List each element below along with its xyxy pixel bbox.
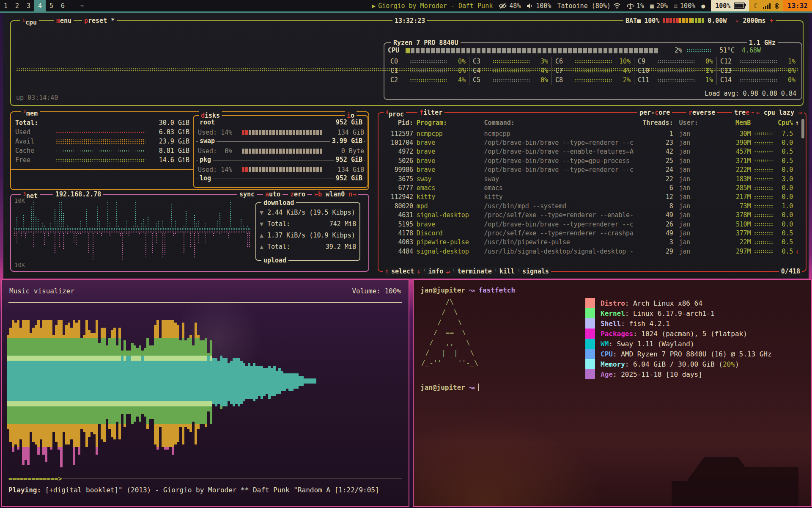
disk-size: 952 GiB	[334, 119, 364, 126]
core-usage: 4%	[614, 67, 631, 75]
poll-plus-button[interactable]: +	[770, 17, 774, 25]
proc-scrollbar[interactable]	[801, 119, 804, 138]
mem-value: 14.6 GiB	[149, 156, 189, 164]
disk-meter	[242, 167, 322, 172]
core-C1: C10%	[387, 66, 469, 75]
cell-pid: 5026	[381, 157, 413, 165]
cell-prog: pipewire-pulse	[417, 238, 483, 246]
core-graph	[575, 78, 612, 82]
process-row-6777[interactable]: 6777emacsemacs6jan285M0.0	[381, 183, 799, 192]
process-row-4631[interactable]: 4631signal-desktop/proc/self/exe --type=…	[381, 211, 799, 220]
cell-mem: 371M	[719, 157, 751, 165]
tray-segment[interactable]: ☾	[749, 0, 783, 11]
kill-action[interactable]: kill	[499, 267, 515, 276]
cpu-box-title[interactable]: 1cpu	[20, 17, 39, 27]
sort-column[interactable]: Cpu%	[774, 119, 793, 127]
workspace-button-1[interactable]: 1	[0, 0, 11, 11]
upload-label: upload	[261, 256, 288, 265]
filter-button[interactable]: filter	[417, 108, 444, 117]
workspace-button-4[interactable]: 4	[34, 0, 46, 11]
fetch-label: Memory	[601, 360, 625, 368]
menu-button[interactable]: menu	[54, 17, 74, 25]
memory-indicator[interactable]: ≡ 100%	[674, 2, 695, 10]
process-row-4972[interactable]: 4972brave/opt/brave-bin/brave --enable-f…	[381, 147, 799, 156]
core-graph	[740, 69, 777, 72]
prompt-line-2[interactable]: jan@jupiter↝	[420, 384, 479, 392]
idle-inhibit-indicator[interactable]: 48%	[499, 2, 521, 10]
net-auto-button[interactable]: auto	[263, 190, 283, 199]
cell-user: jan	[679, 211, 720, 219]
core-name: C13	[720, 67, 737, 75]
workspace-button-3[interactable]: 3	[23, 0, 34, 11]
tree-toggle[interactable]: tree	[732, 108, 752, 117]
cell-user: jan	[679, 139, 720, 146]
core-column-4: C121%C130%C140%	[716, 57, 799, 85]
volume-indicator[interactable]: 100%	[527, 2, 551, 10]
cell-mem: 378M	[719, 211, 751, 219]
preset-button[interactable]: preset *	[82, 17, 117, 25]
terminal-window[interactable]: jan@jupiter↝fastfetch /\ / \ / \ / == \ …	[413, 279, 812, 507]
process-row-80020[interactable]: 80020mpd/usr/bin/mpd --systemd8jan73M1.0	[381, 202, 799, 210]
net-sync-button[interactable]: sync	[237, 190, 257, 199]
terminate-action[interactable]: terminate	[457, 267, 491, 276]
color-swatch	[585, 369, 595, 379]
process-row-4178[interactable]: 4178Discord/proc/self/exe --type=rendere…	[381, 229, 799, 237]
workspace-button-5[interactable]: 5	[46, 0, 57, 11]
scroll-down-indicator: ↓	[793, 248, 799, 255]
proc-box-title[interactable]: 4proc	[384, 108, 406, 119]
cell-cmd: /usr/bin/mpd --systemd	[484, 202, 636, 210]
disk-meter	[242, 130, 322, 135]
cell-user: jan	[679, 248, 720, 255]
cell-pid: 101704	[381, 139, 413, 146]
net-zero-button[interactable]: zero	[288, 190, 307, 199]
cell-pid: 80020	[381, 202, 413, 210]
core-usage: 4%	[450, 76, 466, 84]
per-core-toggle[interactable]: per-core	[637, 108, 672, 117]
mem-label: Free	[15, 156, 52, 164]
core-column-0: C00%C10%C24%	[387, 57, 469, 85]
cell-cmd: /opt/brave-bin/brave --type=renderer --c	[484, 139, 636, 146]
signals-action[interactable]: signals	[522, 267, 549, 276]
disk-name: pkg	[198, 156, 213, 163]
cpu-total-meter	[406, 48, 659, 53]
cell-cpu: 0.0	[774, 139, 793, 146]
mem-graph	[56, 150, 145, 152]
cpu-temp-graph	[686, 49, 711, 52]
core-C14: C140%	[717, 75, 799, 85]
process-row-101704[interactable]: 101704brave/opt/brave-bin/brave --type=r…	[381, 138, 799, 147]
workspace-button-2[interactable]: 2	[11, 0, 23, 11]
process-row-99986[interactable]: 99986brave/opt/brave-bin/brave --type=re…	[381, 166, 799, 174]
poll-minus-button[interactable]: -	[735, 17, 739, 25]
info-action[interactable]: info	[428, 267, 443, 276]
clock-segment[interactable]: 13:32	[783, 0, 812, 11]
track-progress[interactable]: =============>	[8, 475, 402, 483]
core-graph	[657, 69, 694, 72]
process-row-4003[interactable]: 4003pipewire-pulse/usr/bin/pipewire-puls…	[381, 238, 799, 247]
core-usage: 0%	[532, 76, 548, 84]
reverse-toggle[interactable]: reverse	[686, 108, 717, 117]
wifi-indicator[interactable]: Tatooine (80%)	[557, 2, 620, 10]
core-C8: C82%	[552, 75, 634, 85]
process-row-3675[interactable]: 3675swaysway22jan183M3.0	[381, 174, 799, 183]
now-playing[interactable]: ▶ Giorgio by Moroder - Daft Punk	[372, 2, 493, 10]
cpu-indicator[interactable]: ▦ 20%	[650, 2, 668, 10]
select-action[interactable]: select	[391, 267, 414, 276]
process-row-5026[interactable]: 5026brave/opt/brave-bin/brave --type=gpu…	[381, 156, 799, 165]
process-row-112942[interactable]: 112942kittykitty12jan217M0.0	[381, 193, 799, 202]
core-C12: C121%	[717, 57, 799, 66]
process-row-5195[interactable]: 5195brave/opt/brave-bin/brave --type=ren…	[381, 220, 799, 229]
net-interface-switch[interactable]: ←b wlan0 n→	[312, 190, 358, 199]
workspace-button-6[interactable]: 6	[57, 0, 69, 11]
cell-thr: 3	[636, 238, 673, 246]
bat-label: BAT■	[625, 17, 641, 25]
process-row-4484[interactable]: 4484signal-desktop/usr/lib/signal-deskto…	[381, 247, 799, 256]
process-row-112597[interactable]: 112597ncmpcppncmpcpp1jan30M7.5	[381, 129, 799, 138]
arch-logo: /\ / \ / \ / == \ / ,, \ / | | \ /_-'' '…	[421, 297, 478, 368]
battery-segment[interactable]: 100%	[711, 0, 749, 11]
fetch-value: : 2025-11-18 [10 days]	[613, 370, 702, 378]
mem-box-title[interactable]: 2mem	[21, 108, 40, 118]
core-usage: 0%	[450, 58, 466, 65]
sort-mode-switch[interactable]: ← cpu lazy →	[754, 108, 804, 117]
load-indicator[interactable]: 1%	[627, 2, 644, 10]
cell-mem: 22M	[719, 238, 751, 246]
